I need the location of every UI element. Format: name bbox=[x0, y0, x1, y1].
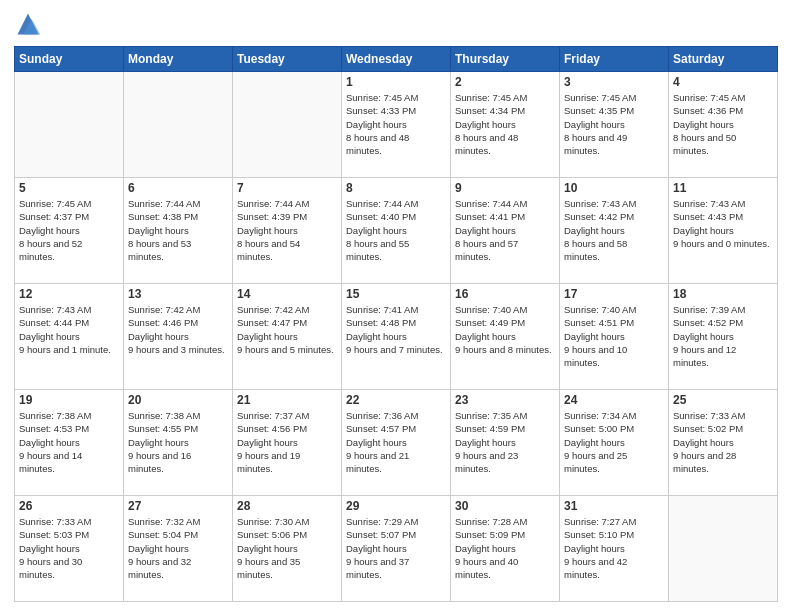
calendar-cell: 18Sunrise: 7:39 AMSunset: 4:52 PMDayligh… bbox=[669, 284, 778, 390]
weekday-header: Tuesday bbox=[233, 47, 342, 72]
calendar-cell: 30Sunrise: 7:28 AMSunset: 5:09 PMDayligh… bbox=[451, 496, 560, 602]
calendar-cell: 26Sunrise: 7:33 AMSunset: 5:03 PMDayligh… bbox=[15, 496, 124, 602]
calendar-cell: 20Sunrise: 7:38 AMSunset: 4:55 PMDayligh… bbox=[124, 390, 233, 496]
day-info: Sunrise: 7:45 AMSunset: 4:36 PMDaylight … bbox=[673, 91, 773, 157]
calendar-cell: 10Sunrise: 7:43 AMSunset: 4:42 PMDayligh… bbox=[560, 178, 669, 284]
day-number: 17 bbox=[564, 287, 664, 301]
calendar-cell: 6Sunrise: 7:44 AMSunset: 4:38 PMDaylight… bbox=[124, 178, 233, 284]
day-info: Sunrise: 7:27 AMSunset: 5:10 PMDaylight … bbox=[564, 515, 664, 581]
day-number: 13 bbox=[128, 287, 228, 301]
day-info: Sunrise: 7:29 AMSunset: 5:07 PMDaylight … bbox=[346, 515, 446, 581]
day-info: Sunrise: 7:43 AMSunset: 4:42 PMDaylight … bbox=[564, 197, 664, 263]
calendar-cell bbox=[233, 72, 342, 178]
calendar-week-row: 5Sunrise: 7:45 AMSunset: 4:37 PMDaylight… bbox=[15, 178, 778, 284]
calendar-cell bbox=[124, 72, 233, 178]
day-number: 19 bbox=[19, 393, 119, 407]
day-number: 1 bbox=[346, 75, 446, 89]
day-info: Sunrise: 7:39 AMSunset: 4:52 PMDaylight … bbox=[673, 303, 773, 369]
calendar-cell: 15Sunrise: 7:41 AMSunset: 4:48 PMDayligh… bbox=[342, 284, 451, 390]
calendar-cell: 16Sunrise: 7:40 AMSunset: 4:49 PMDayligh… bbox=[451, 284, 560, 390]
calendar-cell: 8Sunrise: 7:44 AMSunset: 4:40 PMDaylight… bbox=[342, 178, 451, 284]
day-info: Sunrise: 7:32 AMSunset: 5:04 PMDaylight … bbox=[128, 515, 228, 581]
day-number: 3 bbox=[564, 75, 664, 89]
calendar-cell: 14Sunrise: 7:42 AMSunset: 4:47 PMDayligh… bbox=[233, 284, 342, 390]
day-number: 16 bbox=[455, 287, 555, 301]
header bbox=[14, 10, 778, 38]
day-number: 14 bbox=[237, 287, 337, 301]
calendar-cell: 27Sunrise: 7:32 AMSunset: 5:04 PMDayligh… bbox=[124, 496, 233, 602]
day-info: Sunrise: 7:44 AMSunset: 4:40 PMDaylight … bbox=[346, 197, 446, 263]
page: SundayMondayTuesdayWednesdayThursdayFrid… bbox=[0, 0, 792, 612]
day-info: Sunrise: 7:41 AMSunset: 4:48 PMDaylight … bbox=[346, 303, 446, 356]
weekday-header: Friday bbox=[560, 47, 669, 72]
day-info: Sunrise: 7:38 AMSunset: 4:53 PMDaylight … bbox=[19, 409, 119, 475]
day-info: Sunrise: 7:44 AMSunset: 4:39 PMDaylight … bbox=[237, 197, 337, 263]
calendar-week-row: 12Sunrise: 7:43 AMSunset: 4:44 PMDayligh… bbox=[15, 284, 778, 390]
weekday-header: Wednesday bbox=[342, 47, 451, 72]
day-info: Sunrise: 7:44 AMSunset: 4:38 PMDaylight … bbox=[128, 197, 228, 263]
calendar-cell: 29Sunrise: 7:29 AMSunset: 5:07 PMDayligh… bbox=[342, 496, 451, 602]
day-info: Sunrise: 7:42 AMSunset: 4:46 PMDaylight … bbox=[128, 303, 228, 356]
day-info: Sunrise: 7:42 AMSunset: 4:47 PMDaylight … bbox=[237, 303, 337, 356]
calendar-cell: 11Sunrise: 7:43 AMSunset: 4:43 PMDayligh… bbox=[669, 178, 778, 284]
day-number: 9 bbox=[455, 181, 555, 195]
calendar-week-row: 1Sunrise: 7:45 AMSunset: 4:33 PMDaylight… bbox=[15, 72, 778, 178]
calendar-cell: 13Sunrise: 7:42 AMSunset: 4:46 PMDayligh… bbox=[124, 284, 233, 390]
logo bbox=[14, 10, 46, 38]
calendar-cell: 17Sunrise: 7:40 AMSunset: 4:51 PMDayligh… bbox=[560, 284, 669, 390]
day-number: 31 bbox=[564, 499, 664, 513]
day-number: 20 bbox=[128, 393, 228, 407]
calendar-cell bbox=[669, 496, 778, 602]
day-number: 21 bbox=[237, 393, 337, 407]
calendar-week-row: 26Sunrise: 7:33 AMSunset: 5:03 PMDayligh… bbox=[15, 496, 778, 602]
day-number: 26 bbox=[19, 499, 119, 513]
day-info: Sunrise: 7:35 AMSunset: 4:59 PMDaylight … bbox=[455, 409, 555, 475]
day-number: 25 bbox=[673, 393, 773, 407]
day-number: 8 bbox=[346, 181, 446, 195]
day-number: 30 bbox=[455, 499, 555, 513]
day-info: Sunrise: 7:37 AMSunset: 4:56 PMDaylight … bbox=[237, 409, 337, 475]
day-info: Sunrise: 7:40 AMSunset: 4:51 PMDaylight … bbox=[564, 303, 664, 369]
day-number: 27 bbox=[128, 499, 228, 513]
calendar-week-row: 19Sunrise: 7:38 AMSunset: 4:53 PMDayligh… bbox=[15, 390, 778, 496]
weekday-header: Sunday bbox=[15, 47, 124, 72]
day-info: Sunrise: 7:30 AMSunset: 5:06 PMDaylight … bbox=[237, 515, 337, 581]
calendar-cell bbox=[15, 72, 124, 178]
day-info: Sunrise: 7:43 AMSunset: 4:43 PMDaylight … bbox=[673, 197, 773, 250]
day-number: 28 bbox=[237, 499, 337, 513]
day-info: Sunrise: 7:33 AMSunset: 5:02 PMDaylight … bbox=[673, 409, 773, 475]
day-info: Sunrise: 7:36 AMSunset: 4:57 PMDaylight … bbox=[346, 409, 446, 475]
day-info: Sunrise: 7:38 AMSunset: 4:55 PMDaylight … bbox=[128, 409, 228, 475]
day-number: 24 bbox=[564, 393, 664, 407]
weekday-header: Thursday bbox=[451, 47, 560, 72]
day-number: 11 bbox=[673, 181, 773, 195]
day-number: 7 bbox=[237, 181, 337, 195]
calendar-cell: 23Sunrise: 7:35 AMSunset: 4:59 PMDayligh… bbox=[451, 390, 560, 496]
calendar-cell: 22Sunrise: 7:36 AMSunset: 4:57 PMDayligh… bbox=[342, 390, 451, 496]
day-info: Sunrise: 7:43 AMSunset: 4:44 PMDaylight … bbox=[19, 303, 119, 356]
calendar-cell: 24Sunrise: 7:34 AMSunset: 5:00 PMDayligh… bbox=[560, 390, 669, 496]
day-number: 22 bbox=[346, 393, 446, 407]
calendar-cell: 2Sunrise: 7:45 AMSunset: 4:34 PMDaylight… bbox=[451, 72, 560, 178]
calendar-cell: 5Sunrise: 7:45 AMSunset: 4:37 PMDaylight… bbox=[15, 178, 124, 284]
day-info: Sunrise: 7:45 AMSunset: 4:33 PMDaylight … bbox=[346, 91, 446, 157]
day-info: Sunrise: 7:33 AMSunset: 5:03 PMDaylight … bbox=[19, 515, 119, 581]
day-number: 5 bbox=[19, 181, 119, 195]
day-number: 23 bbox=[455, 393, 555, 407]
calendar-cell: 7Sunrise: 7:44 AMSunset: 4:39 PMDaylight… bbox=[233, 178, 342, 284]
day-number: 15 bbox=[346, 287, 446, 301]
day-info: Sunrise: 7:44 AMSunset: 4:41 PMDaylight … bbox=[455, 197, 555, 263]
calendar-cell: 12Sunrise: 7:43 AMSunset: 4:44 PMDayligh… bbox=[15, 284, 124, 390]
day-info: Sunrise: 7:45 AMSunset: 4:34 PMDaylight … bbox=[455, 91, 555, 157]
day-number: 12 bbox=[19, 287, 119, 301]
calendar-cell: 31Sunrise: 7:27 AMSunset: 5:10 PMDayligh… bbox=[560, 496, 669, 602]
calendar-cell: 1Sunrise: 7:45 AMSunset: 4:33 PMDaylight… bbox=[342, 72, 451, 178]
calendar-cell: 21Sunrise: 7:37 AMSunset: 4:56 PMDayligh… bbox=[233, 390, 342, 496]
day-number: 18 bbox=[673, 287, 773, 301]
day-number: 10 bbox=[564, 181, 664, 195]
weekday-header: Monday bbox=[124, 47, 233, 72]
day-info: Sunrise: 7:40 AMSunset: 4:49 PMDaylight … bbox=[455, 303, 555, 356]
weekday-header: Saturday bbox=[669, 47, 778, 72]
day-info: Sunrise: 7:45 AMSunset: 4:37 PMDaylight … bbox=[19, 197, 119, 263]
day-number: 2 bbox=[455, 75, 555, 89]
